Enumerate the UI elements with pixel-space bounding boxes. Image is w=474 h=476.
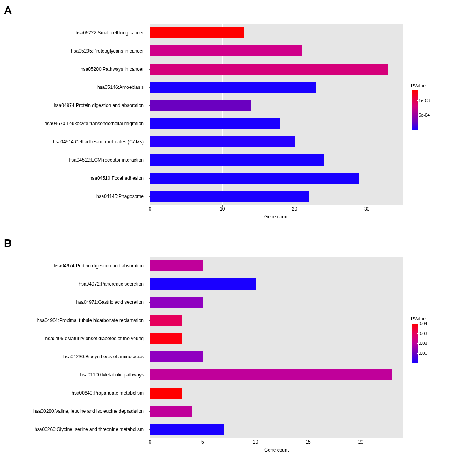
legend-tickline — [417, 353, 419, 354]
legend-tick: 5e-04 — [419, 113, 430, 117]
x-tick-label: 15 — [305, 439, 310, 445]
legend-tickline — [417, 115, 419, 115]
legend-tick: 0.04 — [419, 321, 427, 326]
bar — [150, 369, 392, 381]
legend-tickline — [417, 100, 419, 101]
bar-row — [150, 315, 403, 326]
bar — [150, 297, 203, 308]
panel-b: B hsa04974:Protein digestion and absorpt… — [0, 237, 474, 466]
x-tick-label: 10 — [220, 206, 225, 212]
panel-b-plot: Gene count 05101520 — [150, 257, 403, 438]
y-tick-label: hsa04510:Focal adhesion — [2, 175, 144, 181]
bar — [150, 351, 203, 363]
y-tick-label: hsa04974:Protein digestion and absorptio… — [2, 263, 144, 269]
legend-tickline — [417, 343, 419, 344]
bar-row — [150, 406, 403, 417]
bar-row — [150, 191, 403, 202]
y-tick-label: hsa01100:Metabolic pathways — [2, 372, 144, 378]
panel-b-xlabel: Gene count — [264, 447, 289, 453]
legend-tick: 1e-03 — [419, 98, 430, 103]
y-tick-label: hsa01230:Biosynthesis of amino acids — [2, 354, 144, 359]
legend-title: PValue — [411, 316, 470, 322]
bar-row — [150, 351, 403, 363]
x-tick-label: 10 — [253, 439, 258, 445]
y-tick-label: hsa05146:Amoebiasis — [2, 85, 144, 90]
x-tick-label: 0 — [149, 439, 152, 445]
bar — [150, 82, 316, 93]
x-tick-label: 0 — [149, 206, 152, 212]
y-tick-label: hsa04972:Pancreatic secretion — [2, 281, 144, 287]
legend-colorbar: 0.040.030.020.01 — [412, 324, 418, 363]
panel-a-label: A — [4, 4, 12, 17]
bar — [150, 100, 251, 111]
bar-row — [150, 424, 403, 435]
x-tick-label: 30 — [364, 206, 369, 212]
bar — [150, 315, 182, 326]
bar — [150, 27, 244, 39]
bar-row — [150, 64, 403, 75]
bar-row — [150, 388, 403, 399]
bar — [150, 173, 359, 184]
panel-a-plot: Gene count 0102030 — [150, 24, 403, 205]
bar — [150, 118, 280, 130]
bar-row — [150, 154, 403, 166]
bar-row — [150, 136, 403, 148]
bar-row — [150, 297, 403, 308]
panel-a-legend: PValue 1e-035e-04 — [411, 83, 470, 130]
y-tick-label: hsa00260:Glycine, serine and threonine m… — [2, 427, 144, 432]
figure: A hsa05222:Small cell lung cancerhsa0520… — [0, 0, 474, 476]
bar-row — [150, 369, 403, 381]
panel-b-ylabels: hsa04974:Protein digestion and absorptio… — [0, 257, 147, 438]
bar — [150, 260, 203, 272]
legend-title: PValue — [411, 83, 470, 88]
legend-colorbar: 1e-035e-04 — [412, 90, 418, 130]
x-tick-label: 20 — [292, 206, 297, 212]
panel-a-xlabel: Gene count — [264, 214, 289, 220]
legend-tick: 0.02 — [419, 341, 427, 346]
bar — [150, 64, 388, 75]
bar-row — [150, 278, 403, 290]
legend-tick: 0.01 — [419, 351, 427, 356]
y-tick-label: hsa05200:Pathways in cancer — [2, 66, 144, 72]
y-tick-label: hsa00640:Propanoate metabolism — [2, 390, 144, 396]
bar — [150, 278, 256, 290]
bar-row — [150, 45, 403, 57]
panel-b-label: B — [4, 237, 12, 250]
bar — [150, 45, 302, 57]
y-tick-label: hsa05205:Proteoglycans in cancer — [2, 48, 144, 54]
legend-tickline — [417, 333, 419, 334]
y-tick-label: hsa04964:Proximal tubule bicarbonate rec… — [2, 318, 144, 323]
legend-tick: 0.03 — [419, 331, 427, 336]
panel-a-ylabels: hsa05222:Small cell lung cancerhsa05205:… — [0, 24, 147, 205]
bar — [150, 406, 192, 417]
panel-b-legend: PValue 0.040.030.020.01 — [411, 316, 470, 363]
bar — [150, 388, 182, 399]
bar — [150, 424, 224, 435]
y-tick-label: hsa04974:Protein digestion and absorptio… — [2, 103, 144, 108]
y-tick-label: hsa05222:Small cell lung cancer — [2, 30, 144, 36]
legend-tickline — [417, 324, 419, 324]
y-tick-label: hsa00280:Valine, leucine and isoleucine … — [2, 408, 144, 414]
x-tick-label: 5 — [201, 439, 204, 445]
y-tick-label: hsa04950:Maturity onset diabetes of the … — [2, 336, 144, 341]
y-tick-label: hsa04145:Phagosome — [2, 194, 144, 199]
y-tick-label: hsa04670:Leukocyte transendothelial migr… — [2, 121, 144, 126]
bar-row — [150, 173, 403, 184]
bar — [150, 333, 182, 344]
bar-row — [150, 27, 403, 39]
bar — [150, 136, 295, 148]
bar — [150, 191, 309, 202]
bar-row — [150, 333, 403, 344]
x-tick-label: 20 — [358, 439, 363, 445]
bar-row — [150, 100, 403, 111]
y-tick-label: hsa04512:ECM-receptor interaction — [2, 157, 144, 163]
y-tick-label: hsa04514:Cell adhesion molecules (CAMs) — [2, 139, 144, 145]
bar — [150, 154, 324, 166]
y-tick-label: hsa04971:Gastric acid secretion — [2, 299, 144, 305]
bar-row — [150, 118, 403, 130]
bar-row — [150, 260, 403, 272]
bar-row — [150, 82, 403, 93]
panel-a: A hsa05222:Small cell lung cancerhsa0520… — [0, 4, 474, 225]
